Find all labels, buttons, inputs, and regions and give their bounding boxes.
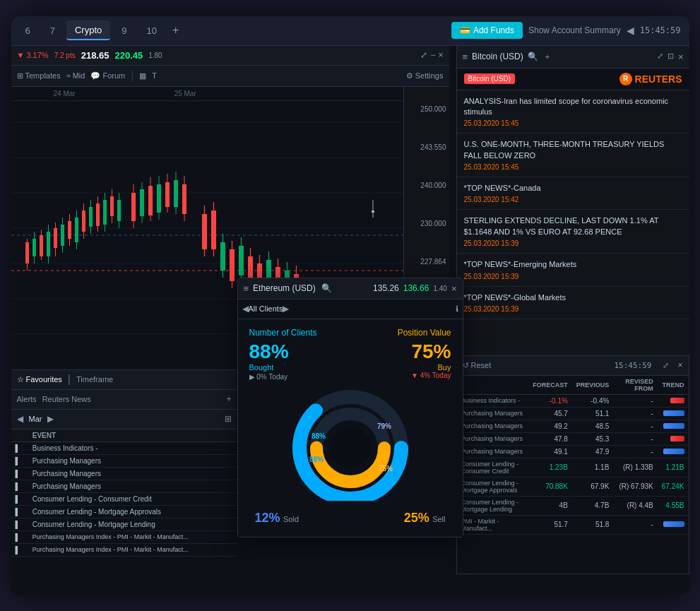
- reuters-news-panel: ≡ Bitcoin (USD) 🔍 + ⤢ ⊡ × Bitcoin (USD) …: [456, 46, 689, 357]
- forecast-data-table: FORECAST PREVIOUS REVISED FROM TREND Bus…: [457, 376, 689, 535]
- news-item-5[interactable]: *TOP NEWS*-Emerging Markets 25.03.2020 1…: [457, 254, 689, 286]
- forecast-event-1: Business Indicators -: [457, 394, 529, 407]
- eth-price2: 136.66: [403, 283, 429, 293]
- news-item-4[interactable]: STERLING EXTENDS DECLINE, LAST DOWN 1.1%…: [457, 210, 689, 254]
- forum-button[interactable]: 💬 Forum: [90, 71, 125, 81]
- add-tab-button[interactable]: +: [168, 24, 183, 37]
- today-buy-text: 4% Today: [420, 372, 451, 379]
- svg-text:79%: 79%: [376, 422, 391, 430]
- news-item-2[interactable]: U.S. ONE-MONTH, THREE-MONTH TREASURY YIE…: [457, 134, 689, 177]
- tab-9[interactable]: 9: [113, 20, 135, 40]
- donut-chart: 88% 79% 88% 75%: [280, 388, 421, 501]
- col-revised-header: REVISED FROM: [613, 376, 657, 395]
- bought-percentage: 88%: [249, 340, 350, 363]
- price-level-3: 240.000: [407, 182, 446, 189]
- tab-crypto[interactable]: Crypto: [66, 20, 110, 40]
- expand-icon[interactable]: ⤢: [420, 50, 427, 60]
- show-account-button[interactable]: Show Account Summary: [528, 25, 621, 35]
- clients-title: Number of Clients: [249, 328, 350, 338]
- templates-button[interactable]: ⊞ Templates: [17, 71, 61, 81]
- favourites-tab[interactable]: ☆ Favourites: [17, 375, 62, 384]
- favourites-label: Favourites: [26, 375, 62, 384]
- text-tool-icon[interactable]: T: [152, 71, 157, 80]
- minimize-icon[interactable]: −: [430, 50, 435, 60]
- price-level-1: 250.000: [407, 105, 446, 113]
- price-change-pts: 7.2 pts: [54, 52, 76, 59]
- add-panel-icon[interactable]: +: [226, 394, 231, 404]
- news-headline-1: ANALYSIS-Iran has limited scope for coro…: [464, 96, 682, 118]
- news-list: ANALYSIS-Iran has limited scope for coro…: [457, 90, 689, 320]
- templates-label: Templates: [25, 71, 61, 80]
- timeframe-tab[interactable]: Timeframe: [76, 375, 113, 384]
- news-item-3[interactable]: *TOP NEWS*-Canada 25.03.2020 15:42: [457, 177, 689, 210]
- search-icon[interactable]: 🔍: [528, 52, 538, 61]
- reuters-panel-header: ≡ Bitcoin (USD) 🔍 + ⤢ ⊡ ×: [457, 46, 689, 69]
- col-event-header: [457, 376, 529, 395]
- eth-popup-header: ≡ Ethereum (USD) 🔍 135.26 136.66 1.40 ×: [238, 278, 463, 299]
- timeframe-label: Timeframe: [76, 375, 113, 384]
- svg-text:88%: 88%: [309, 456, 323, 463]
- eth-position-col: Position Value 75% Buy ▼ 4% Today: [350, 328, 451, 381]
- expand-icon[interactable]: ⤢: [657, 52, 663, 62]
- event-name-3: Purchasing Managers: [28, 467, 237, 480]
- event-row-1: ▌ Business Indicators -: [11, 441, 237, 454]
- prev-nav-icon[interactable]: ◀: [627, 25, 634, 36]
- comment-icon: 💬: [90, 71, 100, 81]
- news-item-6[interactable]: *TOP NEWS*-Global Markets 25.03.2020 15:…: [457, 287, 689, 319]
- calendar-month: Mar: [29, 415, 42, 423]
- event-flag-3: ▌: [11, 467, 28, 480]
- forecast-time-display: 15:45:59: [615, 361, 652, 370]
- add-tab-icon[interactable]: +: [545, 52, 550, 61]
- news-item-1[interactable]: ANALYSIS-Iran has limited scope for coro…: [457, 90, 689, 134]
- chart-price-bar: ▼ 3.17% 7.2 pts 218.65 220.45 1.80 ⤢ − ×: [11, 46, 449, 66]
- svg-point-79: [331, 428, 370, 468]
- news-time-4: 25.03.2020 15:39: [464, 239, 682, 247]
- info-icon[interactable]: ℹ: [456, 304, 458, 314]
- mid-button[interactable]: ≈ Mid: [66, 71, 85, 80]
- close-eth-popup-icon[interactable]: ×: [451, 283, 457, 294]
- event-row-5: ▌ Consumer Lending - Consumer Credit: [11, 492, 237, 505]
- close-forecast-icon[interactable]: ×: [677, 360, 682, 370]
- close-panel-icon[interactable]: ×: [678, 52, 684, 62]
- event-row-4: ▌ Purchasing Managers: [11, 480, 237, 492]
- event-name-6: Consumer Lending - Mortgage Approvals: [28, 505, 237, 518]
- close-chart-icon[interactable]: ×: [438, 50, 443, 60]
- tab-7[interactable]: 7: [42, 20, 64, 40]
- panel-bitcoin-title: Bitcoin (USD): [472, 52, 523, 61]
- add-funds-button[interactable]: 💳 Add Funds: [451, 22, 523, 39]
- chart-tools-icon[interactable]: ▦: [139, 71, 146, 81]
- event-flag-5: ▌: [11, 492, 28, 505]
- price-level-2: 243.550: [407, 143, 446, 151]
- eth-nav-next-icon[interactable]: ▶: [283, 304, 289, 314]
- cal-prev-icon[interactable]: ◀: [17, 414, 23, 424]
- forecast-panel-header: ↺ Reset 15:45:59 ⤢ ×: [457, 356, 689, 376]
- expand-forecast-icon[interactable]: ⤢: [663, 361, 669, 370]
- settings-button[interactable]: ⚙ Settings: [406, 71, 444, 81]
- forecast-row-7: Consumer Lending - Mortgage Approvals 70…: [457, 477, 689, 496]
- popout-icon[interactable]: ⊡: [668, 52, 674, 62]
- eth-search-icon[interactable]: 🔍: [321, 283, 332, 293]
- eth-menu-icon[interactable]: ≡: [244, 283, 249, 294]
- forecast-header-row: FORECAST PREVIOUS REVISED FROM TREND: [457, 376, 689, 395]
- event-row-7: ▌ Consumer Lending - Mortgage Lending: [11, 518, 237, 530]
- tab-10[interactable]: 10: [138, 20, 165, 40]
- eth-price-diff: 1.40: [433, 285, 446, 292]
- sold-percentage: 12%: [255, 511, 280, 525]
- event-flag-9: ▌: [11, 543, 28, 556]
- hamburger-icon[interactable]: ≡: [463, 52, 468, 62]
- calendar-grid-icon[interactable]: ⊞: [225, 414, 232, 424]
- event-row-3: ▌ Purchasing Managers: [11, 467, 237, 480]
- cal-next-icon[interactable]: ▶: [47, 414, 54, 424]
- main-screen: 6 7 Crypto 9 10 + 💳 Add Funds Show Accou…: [11, 16, 689, 595]
- eth-nav-prev-icon[interactable]: ◀: [242, 304, 249, 314]
- col-event: EVENT: [28, 429, 237, 442]
- svg-text:88%: 88%: [311, 432, 325, 440]
- eth-nav-label: All Clients: [249, 304, 283, 313]
- eth-stats-row: Number of Clients 88% Bought 0% Today Po…: [249, 328, 451, 381]
- reset-button[interactable]: ↺ Reset: [463, 361, 492, 370]
- tab-6[interactable]: 6: [17, 20, 39, 40]
- forecast-prev-2: 51.1: [572, 407, 614, 420]
- price-level-4: 230.000: [407, 220, 446, 227]
- sell-label-group: 25% Sell: [404, 511, 446, 526]
- forecast-final-7: 67.24K: [658, 477, 689, 496]
